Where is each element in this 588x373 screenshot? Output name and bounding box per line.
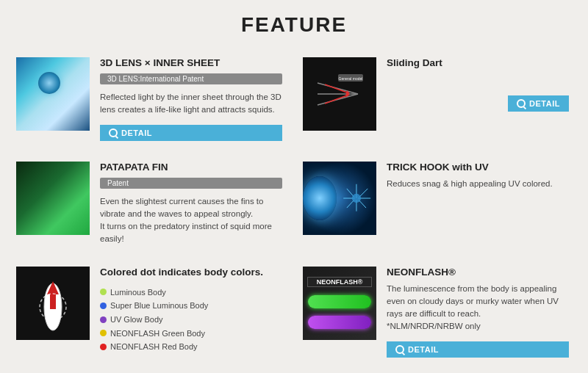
- colored-dot-lure: [24, 267, 82, 340]
- svg-line-0: [318, 83, 358, 94]
- feature-desc-patapata: Even the slightest current causes the fi…: [100, 195, 282, 246]
- feature-badge-3d-lens: 3D LENS:International Patent: [100, 73, 282, 84]
- feature-card-patapata: PATAPATA FIN Patent Even the slightest c…: [7, 151, 294, 256]
- list-item: NEONFLASH Red Body: [100, 340, 282, 354]
- feature-desc-trick-hook: Reduces snag & high appealing UV colored…: [387, 178, 569, 190]
- feature-card-sliding-dart: General model Sliding Dart DETAIL: [294, 47, 581, 151]
- dot-list: Luminous Body Super Blue Luminous Body U…: [100, 286, 282, 354]
- feature-title-3d-lens: 3D LENS × INNER SHEET: [100, 57, 282, 68]
- feature-card-3d-lens: 3D LENS × INNER SHEET 3D LENS:Internatio…: [7, 47, 294, 151]
- svg-point-17: [352, 193, 361, 202]
- neon-lure-purple: [308, 316, 371, 329]
- feature-desc-neonflash: The luminescence from the body is appeal…: [387, 283, 569, 333]
- trick-hook-diagram: [337, 173, 376, 224]
- dot-luminous: [100, 289, 107, 295]
- sliding-dart-diagram: General model: [310, 68, 369, 120]
- svg-line-2: [318, 94, 358, 105]
- dot-uv-glow: [100, 316, 107, 323]
- svg-line-5: [325, 95, 347, 104]
- neon-lure-green: [308, 295, 371, 308]
- detail-button-sliding-dart[interactable]: DETAIL: [508, 95, 569, 112]
- feature-image-colored-dot: [16, 267, 90, 340]
- list-item: Luminous Body: [100, 286, 282, 300]
- feature-content-neonflash: NEONFLASH® The luminescence from the bod…: [387, 267, 569, 358]
- svg-text:General model: General model: [339, 76, 363, 81]
- feature-image-patapata: [16, 162, 90, 235]
- dot-super-blue: [100, 303, 107, 309]
- svg-rect-20: [50, 294, 56, 309]
- feature-image-3d-lens: [16, 57, 90, 131]
- dot-neonflash-green: [100, 330, 107, 336]
- svg-line-10: [359, 188, 368, 197]
- features-grid: 3D LENS × INNER SHEET 3D LENS:Internatio…: [0, 47, 588, 373]
- feature-desc-3d-lens: Reflected light by the inner sheet throu…: [100, 91, 282, 117]
- search-icon: [517, 99, 526, 108]
- feature-title-neonflash: NEONFLASH®: [387, 267, 569, 278]
- feature-content-patapata: PATAPATA FIN Patent Even the slightest c…: [100, 162, 282, 246]
- page-title: FEATURE: [0, 0, 588, 47]
- feature-image-neonflash: NEONFLASH®: [303, 267, 376, 340]
- list-item: UV Glow Body: [100, 313, 282, 327]
- feature-card-trick-hook: TRICK HOOK with UV Reduces snag & high a…: [294, 151, 581, 256]
- feature-content-sliding-dart: Sliding Dart: [387, 57, 569, 70]
- feature-image-sliding-dart: General model: [303, 57, 376, 131]
- dot-neonflash-red: [100, 344, 107, 350]
- feature-title-trick-hook: TRICK HOOK with UV: [387, 162, 569, 173]
- feature-image-trick-hook: [303, 162, 376, 235]
- svg-line-3: [325, 84, 347, 93]
- detail-button-neonflash[interactable]: DETAIL: [387, 341, 569, 358]
- feature-title-sliding-dart: Sliding Dart: [387, 57, 569, 68]
- feature-content-colored-dot: Colored dot indicates body colors. Lumin…: [100, 267, 282, 354]
- search-icon: [109, 128, 118, 137]
- search-icon: [395, 345, 404, 354]
- feature-content-3d-lens: 3D LENS × INNER SHEET 3D LENS:Internatio…: [100, 57, 282, 141]
- detail-button-3d-lens[interactable]: DETAIL: [100, 125, 282, 141]
- list-item: NEONFLASH Green Body: [100, 327, 282, 341]
- feature-title-colored-dot: Colored dot indicates body colors.: [100, 267, 282, 278]
- feature-card-colored-dot: Colored dot indicates body colors. Lumin…: [7, 256, 294, 368]
- feature-content-trick-hook: TRICK HOOK with UV Reduces snag & high a…: [387, 162, 569, 190]
- feature-badge-patapata: Patent: [100, 178, 282, 189]
- neonflash-logo: NEONFLASH®: [307, 277, 372, 287]
- list-item: Super Blue Luminous Body: [100, 299, 282, 313]
- feature-card-neonflash: NEONFLASH® NEONFLASH® The luminescence f…: [294, 256, 581, 368]
- feature-title-patapata: PATAPATA FIN: [100, 162, 282, 173]
